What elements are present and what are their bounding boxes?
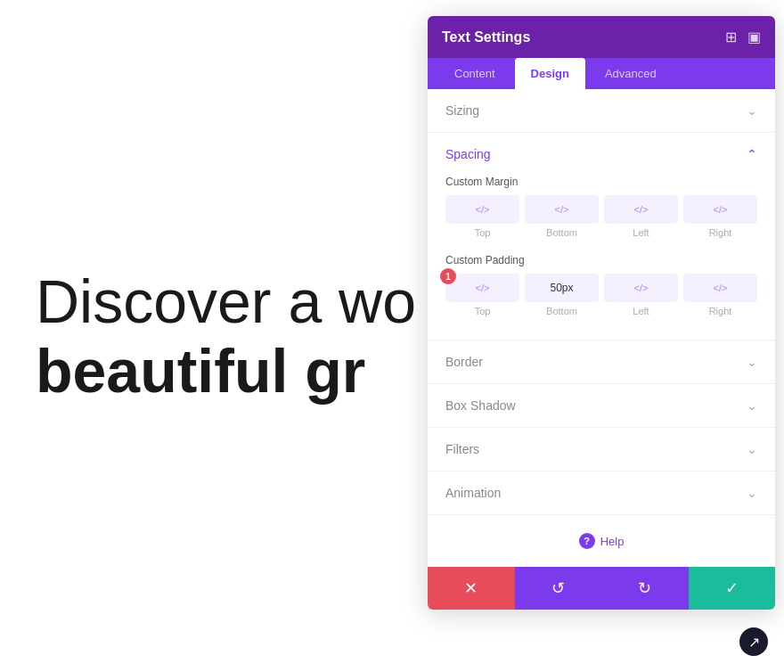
border-section: Border ⌄ [428,340,775,384]
filters-section: Filters ⌄ [428,428,775,471]
padding-left-link-icon: </> [634,283,649,293]
filters-chevron: ⌄ [747,442,757,456]
panel-header: Text Settings ⊞ ▣ [428,16,775,58]
padding-top-label: Top [475,306,491,316]
badge: 1 [440,268,456,284]
layout-icon[interactable]: ▣ [747,29,761,45]
spacing-title: Spacing [445,147,491,161]
padding-label: Custom Padding [445,254,757,266]
padding-input-grid: 1 </> Top 50px Bottom [445,274,757,316]
expand-icon[interactable]: ⊞ [725,29,737,45]
help-icon: ? [579,533,595,549]
box-shadow-chevron: ⌄ [747,398,757,413]
margin-bottom-input[interactable]: </> [525,195,599,224]
border-header[interactable]: Border ⌄ [428,340,775,383]
padding-right-label: Right [709,306,732,316]
spacing-section: Spacing ⌃ Custom Margin </> Top </> [428,133,775,340]
padding-bottom-cell: 50px Bottom [525,274,599,316]
padding-top-cell: 1 </> Top [445,274,519,316]
margin-top-link-icon: </> [476,204,490,215]
margin-bottom-label: Bottom [546,227,577,238]
tab-content[interactable]: Content [438,58,511,89]
save-button[interactable]: ✓ [689,567,776,610]
padding-bottom-label: Bottom [546,306,577,316]
tab-design[interactable]: Design [515,58,585,89]
filters-header[interactable]: Filters ⌄ [428,428,775,471]
redo-button[interactable]: ↻ [601,567,689,610]
hero-line1: Discover a wo [36,266,416,336]
margin-label: Custom Margin [445,176,757,188]
padding-top-link-icon: </> [476,283,490,293]
help-section[interactable]: ? Help [428,515,775,567]
margin-top-input[interactable]: </> [445,195,519,224]
padding-right-input[interactable]: </> [683,274,757,302]
cancel-button[interactable]: ✕ [428,567,515,610]
padding-left-label: Left [633,306,649,316]
hero-line2: beautiful gr [36,336,416,406]
spacing-content: Custom Margin </> Top </> Bottom [428,176,775,340]
tab-advanced[interactable]: Advanced [589,58,673,89]
spacing-header[interactable]: Spacing ⌃ [428,133,775,176]
padding-top-wrap: 1 </> [445,274,519,302]
animation-title: Animation [445,486,501,500]
panel-title: Text Settings [442,29,530,45]
margin-bottom-link-icon: </> [555,204,569,215]
sizing-title: Sizing [445,103,479,118]
margin-right-input[interactable]: </> [683,195,757,224]
padding-right-cell: </> Right [683,274,757,316]
sizing-header[interactable]: Sizing ⌄ [428,89,775,132]
animation-section: Animation ⌄ [428,471,775,515]
margin-left-cell: </> Left [604,195,678,238]
settings-panel: Text Settings ⊞ ▣ Content Design Advance… [428,16,775,610]
help-label: Help [600,535,625,548]
border-title: Border [445,355,483,369]
margin-left-label: Left [633,227,649,238]
spacing-chevron: ⌃ [747,147,757,161]
margin-right-cell: </> Right [683,195,757,238]
padding-top-input[interactable]: </> [445,274,519,302]
sizing-section: Sizing ⌄ [428,89,775,133]
panel-header-icons: ⊞ ▣ [725,29,761,45]
box-shadow-section: Box Shadow ⌄ [428,384,775,428]
panel-footer: ✕ ↺ ↻ ✓ [428,567,775,610]
padding-left-cell: </> Left [604,274,678,316]
box-shadow-header[interactable]: Box Shadow ⌄ [428,384,775,427]
undo-button[interactable]: ↺ [515,567,602,610]
margin-top-cell: </> Top [445,195,519,238]
margin-top-label: Top [475,227,491,238]
padding-right-link-icon: </> [714,283,728,293]
margin-left-link-icon: </> [634,204,649,215]
margin-right-label: Right [709,227,732,238]
margin-input-grid: </> Top </> Bottom </> Left [445,195,757,238]
filters-title: Filters [445,442,479,456]
padding-left-input[interactable]: </> [604,274,678,302]
tab-bar: Content Design Advanced [428,58,775,89]
sizing-chevron: ⌄ [747,103,757,118]
margin-left-input[interactable]: </> [604,195,678,224]
border-chevron: ⌄ [747,355,757,369]
animation-chevron: ⌄ [747,486,757,500]
box-shadow-title: Box Shadow [445,398,516,413]
animation-header[interactable]: Animation ⌄ [428,471,775,514]
bottom-right-icon[interactable]: ↗ [739,627,768,656]
margin-right-link-icon: </> [714,204,728,215]
padding-bottom-input[interactable]: 50px [525,274,599,302]
margin-bottom-cell: </> Bottom [525,195,599,238]
panel-body: Sizing ⌄ Spacing ⌃ Custom Margin </> Top [428,89,775,567]
hero-text: Discover a wo beautiful gr [36,266,416,406]
